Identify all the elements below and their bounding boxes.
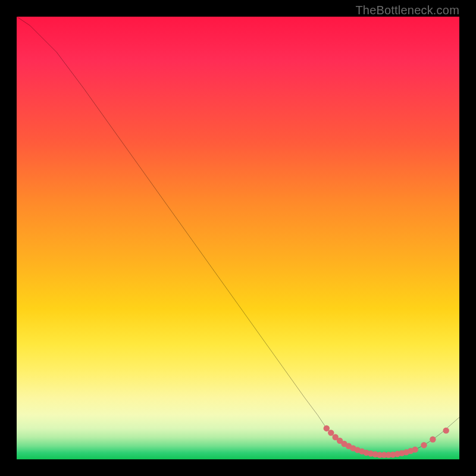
chart-frame: TheBottleneck.com <box>0 0 476 476</box>
highlight-dot <box>430 436 436 442</box>
highlight-dot <box>443 427 449 433</box>
chart-svg <box>17 17 459 459</box>
attribution-label: TheBottleneck.com <box>355 4 459 17</box>
highlight-dot <box>412 446 418 452</box>
highlight-dot <box>421 442 427 448</box>
curve-layer <box>17 17 459 455</box>
highlight-dot <box>324 425 330 431</box>
highlight-dot <box>328 430 334 436</box>
plot-area <box>17 17 459 459</box>
marker-layer <box>324 425 449 458</box>
bottleneck-curve <box>17 17 459 455</box>
